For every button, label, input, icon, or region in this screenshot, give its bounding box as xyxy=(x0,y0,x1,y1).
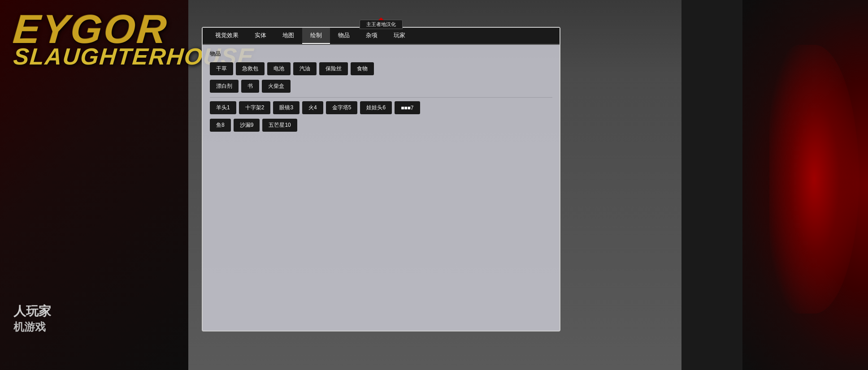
sidebar-line2: 机游戏 xyxy=(13,320,51,334)
item-btn-shizijia[interactable]: 十字架2 xyxy=(239,101,271,114)
item-btn-shiwu[interactable]: 食物 xyxy=(351,62,374,75)
items-row-4: 鱼8 沙漏9 五芒星10 xyxy=(210,119,552,132)
main-panel: 主王者地汉化 视觉效果 实体 地图 绘制 物品 杂项 玩家 物品 干草 急救包 … xyxy=(202,27,560,331)
sidebar-bottom-text: 人玩家 机游戏 xyxy=(13,303,51,334)
red-figure-decoration xyxy=(742,0,868,370)
panel-body: 物品 干草 急救包 电池 汽油 保险丝 食物 漂白剂 书 火柴盒 羊头1 十字架… xyxy=(203,45,560,142)
nav-tabs-bar: 视觉效果 实体 地图 绘制 物品 杂项 玩家 xyxy=(203,28,560,45)
item-btn-qiyou[interactable]: 汽油 xyxy=(293,62,317,75)
items-row-3: 羊头1 十字架2 眼镜3 火4 金字塔5 娃娃头6 ■■■7 xyxy=(210,101,552,114)
item-btn-shamo9[interactable]: 沙漏9 xyxy=(234,119,260,132)
tab-misc[interactable]: 杂项 xyxy=(358,28,386,44)
tab-map[interactable]: 地图 xyxy=(274,28,302,44)
section-label-items: 物品 xyxy=(210,50,552,58)
item-btn-baoxiansi[interactable]: 保险丝 xyxy=(319,62,348,75)
item-btn-piaobai[interactable]: 漂白剂 xyxy=(210,80,239,93)
item-btn-huochai[interactable]: 火柴盒 xyxy=(262,80,291,93)
item-btn-mojing[interactable]: 眼镜3 xyxy=(273,101,299,114)
items-row-2: 漂白剂 书 火柴盒 xyxy=(210,80,552,93)
item-btn-yangtou[interactable]: 羊头1 xyxy=(210,101,236,114)
item-btn-huo[interactable]: 火4 xyxy=(302,101,323,114)
tab-player[interactable]: 玩家 xyxy=(386,28,413,44)
sidebar-line1: 人玩家 xyxy=(13,303,51,320)
items-row-1: 干草 急救包 电池 汽油 保险丝 食物 xyxy=(210,62,552,75)
tab-visual-effects[interactable]: 视觉效果 xyxy=(207,28,247,44)
tab-draw[interactable]: 绘制 xyxy=(302,28,330,44)
item-btn-unknown7[interactable]: ■■■7 xyxy=(395,101,420,114)
item-btn-quan8[interactable]: 鱼8 xyxy=(210,119,231,132)
item-btn-ganche[interactable]: 干草 xyxy=(210,62,233,75)
item-btn-dianchi[interactable]: 电池 xyxy=(267,62,291,75)
tab-items[interactable]: 物品 xyxy=(330,28,358,44)
divider-1 xyxy=(210,97,552,98)
item-btn-shu[interactable]: 书 xyxy=(241,80,259,93)
item-btn-jinzita[interactable]: 金字塔5 xyxy=(326,101,358,114)
tab-entity[interactable]: 实体 xyxy=(247,28,274,44)
item-btn-jijiubao[interactable]: 急救包 xyxy=(236,62,265,75)
item-btn-wawaetou[interactable]: 娃娃头6 xyxy=(360,101,392,114)
item-btn-wufanggua10[interactable]: 五芒星10 xyxy=(262,119,297,132)
panel-header-label: 主王者地汉化 xyxy=(360,20,403,29)
